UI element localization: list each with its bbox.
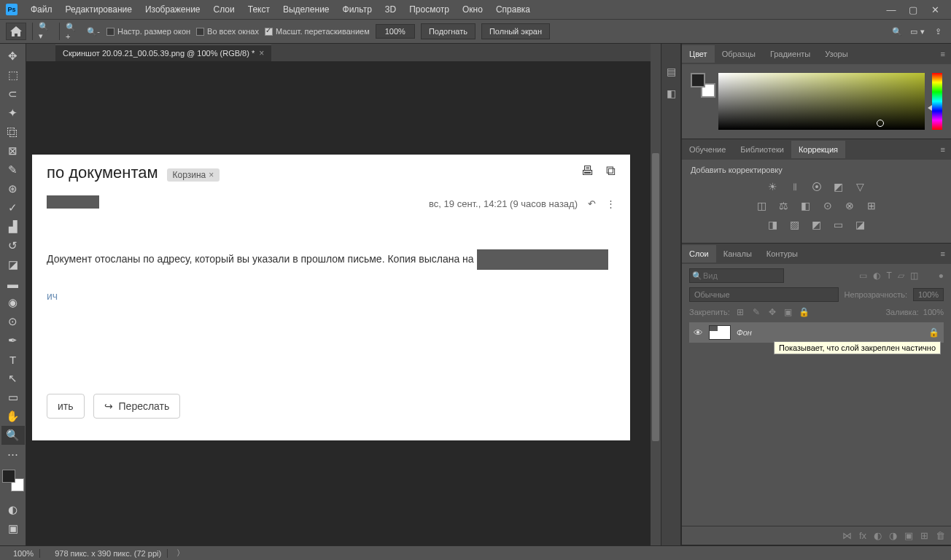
hue-cursor[interactable] bbox=[928, 105, 932, 111]
window-close[interactable]: ✕ bbox=[925, 2, 945, 17]
stamp-tool[interactable]: ▟ bbox=[1, 217, 25, 236]
fit-screen-button[interactable]: Подогнать bbox=[421, 23, 475, 39]
scrubby-zoom-check[interactable]: Масшт. перетаскиванием bbox=[265, 27, 370, 36]
frame-tool[interactable]: ⊠ bbox=[1, 141, 25, 160]
zoom-tool-icon[interactable]: 🔍 ▾ bbox=[39, 24, 53, 39]
search-icon[interactable]: 🔍 bbox=[890, 24, 904, 39]
menu-edit[interactable]: Редактирование bbox=[60, 1, 138, 18]
resize-windows-check[interactable]: Настр. размер окон bbox=[106, 27, 190, 36]
layer-lock-icon[interactable]: 🔒 bbox=[928, 327, 939, 338]
menu-help[interactable]: Справка bbox=[490, 1, 536, 18]
lock-all-icon[interactable]: 🔒 bbox=[799, 306, 810, 318]
threshold-icon[interactable]: ◩ bbox=[810, 218, 824, 231]
crop-tool[interactable]: ⿻ bbox=[1, 122, 25, 141]
path-select-tool[interactable]: ↖ bbox=[1, 369, 25, 388]
panel-color-swatches[interactable] bbox=[691, 73, 711, 93]
eyedropper-tool[interactable]: ✎ bbox=[1, 160, 25, 179]
history-panel-icon[interactable]: ▤ bbox=[664, 64, 678, 79]
filter-shape-icon[interactable]: ▱ bbox=[898, 271, 904, 281]
panel-menu-icon[interactable]: ≡ bbox=[935, 249, 951, 258]
invert-icon[interactable]: ◨ bbox=[766, 218, 780, 231]
lock-transparency-icon[interactable]: ⊞ bbox=[734, 306, 746, 318]
history-brush-tool[interactable]: ↺ bbox=[1, 236, 25, 255]
move-tool[interactable]: ✥ bbox=[1, 47, 25, 66]
dodge-tool[interactable]: ⊙ bbox=[1, 312, 25, 331]
panel-fg-swatch[interactable] bbox=[691, 73, 705, 88]
home-button[interactable] bbox=[6, 23, 26, 40]
type-tool[interactable]: T bbox=[1, 350, 25, 369]
new-group-icon[interactable]: ▣ bbox=[904, 530, 913, 541]
filter-smart-icon[interactable]: ◫ bbox=[910, 271, 918, 281]
bw-icon[interactable]: ◧ bbox=[799, 199, 813, 212]
visibility-icon[interactable]: 👁 bbox=[694, 327, 703, 338]
photofilter-icon[interactable]: ⊙ bbox=[820, 199, 835, 212]
hue-slider[interactable] bbox=[932, 73, 942, 130]
zoom-tool[interactable]: 🔍 bbox=[1, 426, 25, 445]
canvas-document[interactable]: по документам Корзина× 🖶 ⧉ вс, 19 сент.,… bbox=[32, 155, 630, 440]
hand-tool[interactable]: ✋ bbox=[1, 407, 25, 426]
panel-menu-icon[interactable]: ≡ bbox=[935, 50, 951, 58]
color-field[interactable] bbox=[718, 73, 925, 130]
menu-view[interactable]: Просмотр bbox=[403, 1, 455, 18]
fullscreen-button[interactable]: Полный экран bbox=[481, 23, 550, 39]
eraser-tool[interactable]: ◪ bbox=[1, 255, 25, 274]
tab-layers[interactable]: Слои bbox=[682, 245, 716, 262]
opacity-value[interactable]: 100% bbox=[913, 288, 944, 301]
forward-button[interactable]: ↪Переслать bbox=[93, 394, 181, 419]
filter-adjust-icon[interactable]: ◐ bbox=[873, 271, 880, 281]
document-tab[interactable]: Скриншот 20.09.21_00.05.39.png @ 100% (R… bbox=[55, 44, 271, 61]
lasso-tool[interactable]: ⊂ bbox=[1, 85, 25, 104]
reply-icon[interactable]: ↶ bbox=[588, 198, 596, 209]
pen-tool[interactable]: ✒ bbox=[1, 331, 25, 350]
brightness-icon[interactable]: ☀ bbox=[766, 180, 780, 193]
color-swatches[interactable] bbox=[2, 470, 24, 491]
levels-icon[interactable]: ⫴ bbox=[788, 180, 802, 193]
tab-paths[interactable]: Контуры bbox=[759, 245, 805, 262]
balance-icon[interactable]: ⚖ bbox=[777, 199, 791, 212]
all-windows-check[interactable]: Во всех окнах bbox=[196, 27, 259, 36]
blur-tool[interactable]: ◉ bbox=[1, 293, 25, 312]
quickmask-tool[interactable]: ◐ bbox=[1, 500, 25, 519]
tab-channels[interactable]: Каналы bbox=[716, 245, 759, 262]
exposure-icon[interactable]: ◩ bbox=[831, 180, 846, 193]
share-icon[interactable]: ⇪ bbox=[931, 24, 945, 39]
tab-swatches[interactable]: Образцы bbox=[715, 45, 763, 63]
gradient-tool[interactable]: ▬ bbox=[1, 274, 25, 293]
menu-3d[interactable]: 3D bbox=[379, 1, 402, 18]
screenmode-tool[interactable]: ▣ bbox=[1, 519, 25, 538]
menu-layers[interactable]: Слои bbox=[208, 1, 241, 18]
lock-artboard-icon[interactable]: ▣ bbox=[783, 306, 794, 318]
panel-menu-icon[interactable]: ≡ bbox=[935, 145, 951, 154]
channelmix-icon[interactable]: ⊗ bbox=[842, 199, 857, 212]
workspace-icon[interactable]: ▭ ▾ bbox=[910, 24, 925, 39]
properties-panel-icon[interactable]: ◧ bbox=[664, 86, 678, 101]
vibrance-icon[interactable]: ▽ bbox=[853, 180, 868, 193]
new-adjustment-icon[interactable]: ◑ bbox=[889, 530, 897, 541]
colorlookup-icon[interactable]: ⊞ bbox=[864, 199, 879, 212]
zoom-in-icon[interactable]: 🔍+ bbox=[66, 24, 80, 39]
layer-item[interactable]: 👁 Фон 🔒 Показывает, что слой закреплен ч… bbox=[689, 322, 944, 343]
layer-style-icon[interactable]: fx bbox=[859, 530, 866, 541]
tab-libraries[interactable]: Библиотеки bbox=[733, 141, 791, 158]
blend-mode-select[interactable]: Обычные bbox=[689, 287, 839, 302]
tab-gradients[interactable]: Градиенты bbox=[763, 45, 818, 63]
selective-icon[interactable]: ◪ bbox=[853, 218, 868, 231]
new-layer-icon[interactable]: ⊞ bbox=[920, 530, 928, 541]
vertical-scrollbar[interactable] bbox=[651, 44, 661, 545]
layer-filter-input[interactable] bbox=[689, 268, 784, 283]
curves-icon[interactable]: ⦿ bbox=[810, 180, 824, 193]
menu-file[interactable]: Файл bbox=[25, 1, 58, 18]
filter-type-icon[interactable]: T bbox=[886, 271, 891, 281]
layer-mask-icon[interactable]: ◐ bbox=[874, 530, 882, 541]
marquee-tool[interactable]: ⬚ bbox=[1, 66, 25, 85]
menu-image[interactable]: Изображение bbox=[139, 1, 206, 18]
delete-layer-icon[interactable]: 🗑 bbox=[936, 530, 945, 541]
color-field-cursor[interactable] bbox=[877, 120, 884, 127]
lock-position-icon[interactable]: ✥ bbox=[766, 306, 778, 318]
wand-tool[interactable]: ✦ bbox=[1, 104, 25, 122]
window-maximize[interactable]: ▢ bbox=[903, 2, 923, 17]
close-tab-icon[interactable]: × bbox=[259, 48, 264, 58]
zoom-out-icon[interactable]: 🔍- bbox=[86, 24, 101, 39]
reply-button[interactable]: ить bbox=[47, 394, 85, 419]
menu-filter[interactable]: Фильтр bbox=[337, 1, 378, 18]
